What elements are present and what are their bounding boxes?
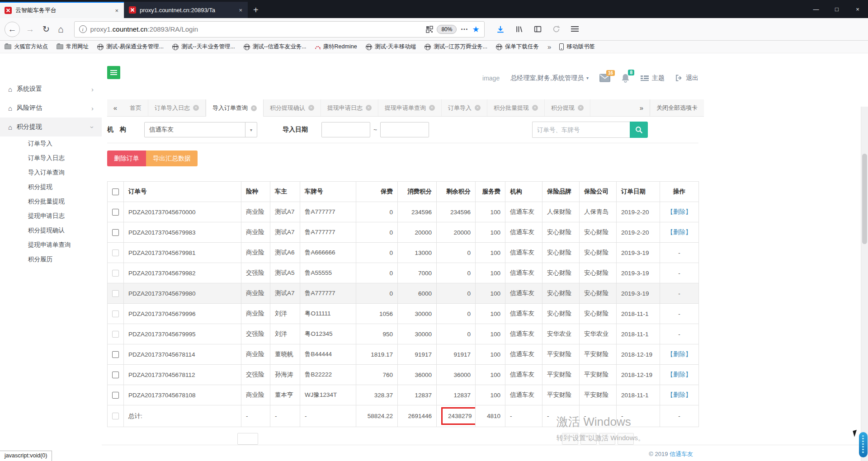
app-tab-8[interactable]: 积分提现× [545, 99, 590, 116]
pagination-button[interactable] [562, 433, 578, 445]
pagination-button[interactable] [599, 433, 615, 445]
library-icon[interactable] [515, 25, 523, 33]
menu-icon[interactable] [571, 26, 579, 32]
delete-orders-button[interactable]: 删除订单 [107, 151, 146, 166]
date-from-input[interactable] [321, 122, 370, 137]
delete-link[interactable]: 【删除】 [667, 371, 692, 378]
tab-scroll-left-icon[interactable]: « [107, 99, 123, 116]
qr-code-icon[interactable] [426, 26, 433, 33]
close-all-tabs-button[interactable]: 关闭全部选项卡 [650, 99, 704, 116]
sidebar-subitem-0[interactable]: 订单导入 [0, 136, 102, 151]
notifications-button[interactable]: 8 [621, 73, 630, 83]
row-checkbox[interactable] [112, 351, 119, 358]
export-summary-button[interactable]: 导出汇总数据 [146, 151, 198, 166]
download-icon[interactable] [496, 25, 505, 33]
tab-close-icon[interactable]: × [114, 7, 119, 14]
row-checkbox[interactable] [112, 331, 119, 338]
app-tab-1[interactable]: 订单导入日志× [148, 99, 206, 116]
bookmark-item-1[interactable]: 常用网址 [57, 43, 89, 51]
page-scrollbar[interactable] [861, 107, 868, 461]
row-checkbox[interactable] [112, 229, 119, 236]
tab-close-icon[interactable]: × [251, 105, 257, 111]
sidebar-subitem-4[interactable]: 积分批量提现 [0, 194, 102, 209]
pagination[interactable] [562, 433, 634, 445]
bookmark-item-6[interactable]: 测试-天丰移动端 [366, 43, 416, 51]
close-button[interactable]: × [847, 0, 868, 18]
tab-close-icon[interactable]: × [193, 105, 199, 111]
logout-button[interactable]: 退出 [675, 74, 698, 82]
row-checkbox[interactable] [112, 249, 119, 256]
browser-tab-active[interactable]: 云智能车务平台 × [0, 2, 124, 18]
tab-close-icon[interactable]: × [475, 105, 481, 111]
tab-close-icon[interactable]: × [532, 105, 538, 111]
search-input[interactable] [532, 122, 630, 138]
page-size-select[interactable] [237, 433, 258, 445]
bookmarks-overflow-icon[interactable]: » [547, 43, 551, 51]
tab-close-icon[interactable]: × [366, 105, 372, 111]
plugin-widget[interactable] [859, 432, 868, 457]
select-all-checkbox[interactable] [112, 188, 119, 195]
row-checkbox[interactable] [112, 270, 119, 277]
tab-close-icon[interactable]: × [308, 105, 314, 111]
row-checkbox[interactable] [112, 209, 119, 216]
app-tab-5[interactable]: 提现申请单查询× [378, 99, 442, 116]
sidebar-subitem-5[interactable]: 提现申请日志 [0, 209, 102, 223]
delete-link[interactable]: 【删除】 [667, 391, 692, 398]
sidebar-subitem-6[interactable]: 积分提现确认 [0, 223, 102, 238]
row-checkbox[interactable] [112, 392, 119, 399]
bookmark-item-7[interactable]: 测试--江苏万舜业务... [425, 43, 487, 51]
app-tab-6[interactable]: 订单导入× [442, 99, 487, 116]
search-button[interactable] [630, 122, 648, 138]
page-actions-icon[interactable]: … [460, 23, 468, 35]
bookmark-item-8[interactable]: 保单下载任务 [496, 43, 539, 51]
theme-button[interactable]: 主题 [641, 74, 665, 82]
sidebar-subitem-7[interactable]: 提现申请单查询 [0, 238, 102, 252]
user-menu[interactable]: 总经理室,财务,系统管理员 ▾ [510, 74, 589, 82]
app-tab-2[interactable]: 导入订单查询× [206, 99, 264, 117]
pagination-button[interactable] [580, 433, 597, 445]
messages-button[interactable]: 16 [599, 74, 610, 82]
sidebar-collapse-button[interactable] [107, 66, 120, 79]
bookmark-item-4[interactable]: 测试--信通车友业务... [244, 43, 307, 51]
forward-button[interactable]: → [26, 24, 34, 34]
zoom-level-badge[interactable]: 80% [437, 25, 457, 34]
bookmark-item-2[interactable]: 测试-易保通业务管理... [97, 43, 164, 51]
back-button[interactable]: ← [5, 22, 20, 37]
reload-button[interactable]: ↻ [42, 24, 50, 34]
sidebar-item-2[interactable]: ⌂积分提现› [0, 118, 102, 136]
row-checkbox[interactable] [112, 290, 119, 297]
browser-tab-background[interactable]: proxy1.countnet.cn:20893/Ta × [124, 2, 248, 18]
sidebar-subitem-8[interactable]: 积分履历 [0, 252, 102, 267]
bookmark-item-3[interactable]: 测试--天丰业务管理... [172, 43, 235, 51]
bookmark-item-5[interactable]: 康特Redmine [315, 43, 357, 51]
delete-link[interactable]: 【删除】 [667, 208, 692, 215]
app-tab-0[interactable]: 首页 [123, 99, 148, 116]
sidebar-subitem-3[interactable]: 积分提现 [0, 180, 102, 194]
mobile-bookmarks[interactable]: 移动版书签 [559, 43, 595, 51]
sidebar-toggle-icon[interactable] [534, 25, 542, 33]
tab-close-icon[interactable]: × [429, 105, 435, 111]
sidebar-item-0[interactable]: ⌂系统设置› [0, 80, 102, 99]
row-checkbox[interactable] [112, 413, 119, 419]
maximize-button[interactable]: □ [826, 0, 847, 18]
site-info-icon[interactable]: i [79, 25, 87, 33]
app-tab-7[interactable]: 积分批量提现× [487, 99, 545, 116]
sidebar-subitem-2[interactable]: 导入订单查询 [0, 165, 102, 180]
tab-close-icon[interactable]: × [238, 7, 243, 14]
bookmark-star-icon[interactable]: ★ [472, 24, 479, 34]
scrollbar-thumb[interactable] [862, 154, 867, 244]
tab-close-icon[interactable]: × [578, 105, 584, 111]
app-tab-4[interactable]: 提现申请日志× [321, 99, 378, 116]
delete-link[interactable]: 【删除】 [667, 229, 692, 235]
bookmark-item-0[interactable]: 火狐官方站点 [5, 43, 48, 51]
home-button[interactable]: ⌂ [58, 24, 64, 35]
date-to-input[interactable] [380, 122, 429, 137]
url-bar[interactable]: i proxy1.countnet.cn:20893/RA/Login 80% … [74, 21, 485, 38]
brand-link[interactable]: 信通车友 [670, 451, 693, 457]
pagination-button[interactable] [618, 433, 634, 445]
sidebar-item-1[interactable]: ⌂风险评估› [0, 99, 102, 118]
org-select[interactable]: 信通车友 ▾ [144, 122, 257, 137]
tab-scroll-right-icon[interactable]: » [633, 104, 650, 112]
sidebar-subitem-1[interactable]: 订单导入日志 [0, 151, 102, 165]
row-checkbox[interactable] [112, 372, 119, 378]
